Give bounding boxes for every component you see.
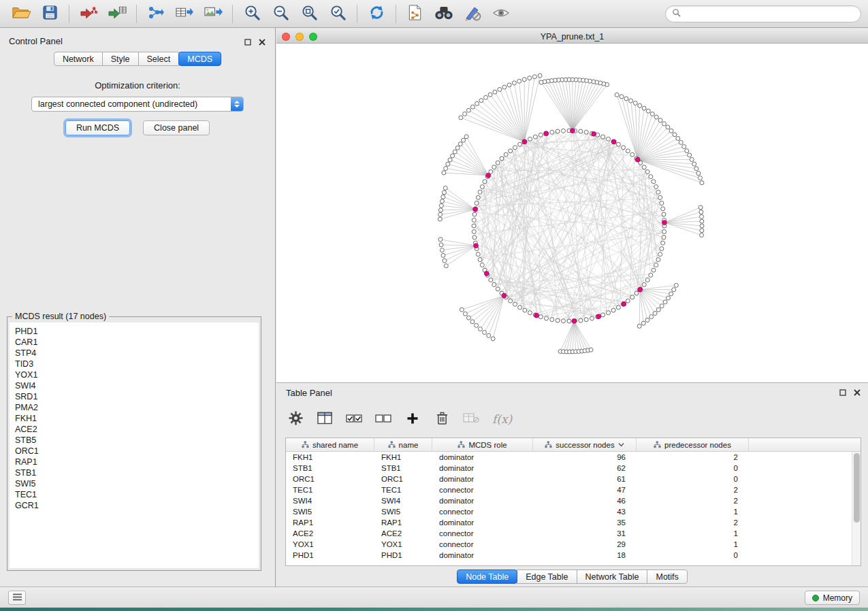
toolbar-separator [357, 5, 357, 23]
list-item[interactable]: PMA2 [15, 402, 259, 413]
tab-style[interactable]: Style [102, 52, 139, 66]
list-item[interactable]: TID3 [15, 359, 259, 369]
list-item[interactable]: STB1 [15, 467, 259, 478]
style-brush-button[interactable] [458, 3, 487, 25]
list-item[interactable]: ORC1 [15, 446, 259, 457]
attribute-icon [388, 441, 396, 448]
list-item[interactable]: ACE2 [15, 424, 259, 435]
column-header-shared-name[interactable]: shared name [286, 438, 374, 451]
mcds-result-list[interactable]: PHD1CAR1STP4TID3YOX1SWI4SRD1PMA2FKH1ACE2… [10, 323, 259, 568]
column-header-name[interactable]: name [374, 438, 432, 451]
network-canvas[interactable] [276, 44, 868, 382]
tab-edge-table[interactable]: Edge Table [517, 569, 577, 584]
cell-successor-nodes: 62 [533, 464, 637, 472]
list-item[interactable]: SWI4 [15, 380, 259, 391]
close-panel-button[interactable]: Close panel [143, 120, 210, 135]
cell-shared-name: YOX1 [286, 540, 374, 548]
zoom-in-icon [244, 4, 261, 23]
list-item[interactable]: SRD1 [15, 391, 259, 402]
table-row[interactable]: ORC1 ORC1 dominator 61 0 [286, 474, 861, 484]
status-menu-button[interactable] [8, 591, 26, 605]
tab-node-table[interactable]: Node Table [457, 569, 517, 584]
tab-motifs[interactable]: Motifs [647, 569, 687, 584]
table-row[interactable]: STB1 STB1 dominator 62 0 [286, 463, 861, 474]
list-item[interactable]: SWI5 [15, 478, 259, 489]
list-item[interactable]: STB5 [15, 435, 259, 446]
table-row[interactable]: SWI5 SWI5 connector 43 1 [286, 506, 861, 517]
refresh-button[interactable] [362, 3, 391, 25]
table-scrollbar[interactable] [852, 452, 861, 565]
table-settings-button[interactable] [287, 410, 304, 429]
tab-network[interactable]: Network [54, 52, 103, 66]
run-mcds-button[interactable]: Run MCDS [65, 120, 130, 135]
column-header-successor-nodes[interactable]: successor nodes [533, 438, 637, 451]
table-row[interactable]: PHD1 PHD1 dominator 18 0 [286, 550, 861, 561]
table-row[interactable]: FKH1 FKH1 dominator 96 2 [286, 452, 861, 463]
list-item[interactable]: CAR1 [15, 337, 259, 348]
search-input[interactable] [684, 9, 854, 18]
network-window-title: YPA_prune.txt_1 [276, 32, 868, 42]
tab-mcds[interactable]: MCDS [178, 52, 221, 66]
table-row[interactable]: SWI4 SWI4 dominator 46 2 [286, 495, 861, 506]
cell-name: FKH1 [374, 453, 432, 461]
memory-button[interactable]: Memory [805, 591, 860, 605]
cell-successor-nodes: 96 [533, 453, 637, 461]
float-panel-icon[interactable] [244, 38, 252, 46]
criterion-dropdown[interactable]: largest connected component (undirected) [31, 97, 244, 112]
cell-shared-name: ACE2 [286, 529, 374, 538]
zoom-selected-button[interactable] [323, 3, 352, 25]
export-network-button[interactable] [142, 3, 170, 25]
cell-mcds-role: dominator [432, 518, 533, 527]
deselect-all-button[interactable] [375, 410, 391, 429]
table-header: shared name name MCDS role successo [286, 438, 861, 452]
list-item[interactable]: FKH1 [15, 413, 259, 424]
show-columns-button[interactable] [317, 410, 333, 429]
list-item[interactable]: STP4 [15, 348, 259, 359]
close-table-panel-icon[interactable] [853, 389, 861, 397]
column-header-predecessor-nodes[interactable]: predecessor nodes [637, 438, 749, 451]
cell-predecessor-nodes: 0 [637, 464, 749, 472]
clone-network-button[interactable] [401, 3, 430, 25]
table-row[interactable]: YOX1 YOX1 connector 29 1 [286, 539, 861, 550]
optimization-criterion-label: Optimization criterion: [0, 80, 275, 90]
table-panel-title: Table Panel [286, 388, 332, 398]
export-image-button[interactable] [199, 3, 227, 25]
show-details-button[interactable] [487, 3, 515, 25]
open-button[interactable] [7, 3, 35, 25]
table-row[interactable]: ACE2 ACE2 connector 31 1 [286, 528, 861, 539]
zoom-fit-icon [301, 4, 318, 23]
add-column-button[interactable] [404, 410, 421, 429]
zoom-in-button[interactable] [238, 3, 266, 25]
close-panel-icon[interactable] [258, 38, 266, 46]
import-network-button[interactable] [103, 3, 131, 25]
scrollbar-thumb[interactable] [854, 453, 860, 523]
float-table-panel-icon[interactable] [839, 389, 847, 397]
list-item[interactable]: TEC1 [15, 489, 259, 500]
delete-column-button[interactable] [434, 410, 450, 429]
table-row[interactable]: RAP1 RAP1 dominator 35 2 [286, 517, 861, 528]
select-all-button[interactable] [346, 410, 362, 429]
cell-shared-name: ORC1 [286, 475, 374, 483]
disabled-table-icon [463, 412, 479, 426]
export-table-button[interactable] [170, 3, 199, 25]
tab-network-table[interactable]: Network Table [577, 569, 648, 584]
network-view[interactable] [276, 44, 868, 382]
list-item[interactable]: YOX1 [15, 369, 259, 380]
cell-predecessor-nodes: 0 [637, 475, 749, 483]
cell-successor-nodes: 18 [533, 551, 637, 559]
network-window-titlebar[interactable]: YPA_prune.txt_1 [276, 31, 868, 44]
list-item[interactable]: GCR1 [15, 500, 259, 511]
import-table-button[interactable] [74, 3, 103, 25]
save-button[interactable] [35, 3, 64, 25]
find-button[interactable] [430, 3, 458, 25]
cell-name: RAP1 [374, 518, 432, 527]
zoom-fit-button[interactable] [295, 3, 323, 25]
list-item[interactable]: PHD1 [15, 326, 259, 337]
tab-select[interactable]: Select [138, 52, 180, 66]
cell-shared-name: TEC1 [286, 486, 374, 494]
column-header-mcds-role[interactable]: MCDS role [432, 438, 533, 451]
style-brush-icon [464, 5, 481, 23]
list-item[interactable]: RAP1 [15, 457, 259, 467]
zoom-out-button[interactable] [266, 3, 295, 25]
table-row[interactable]: TEC1 TEC1 connector 47 2 [286, 484, 861, 495]
